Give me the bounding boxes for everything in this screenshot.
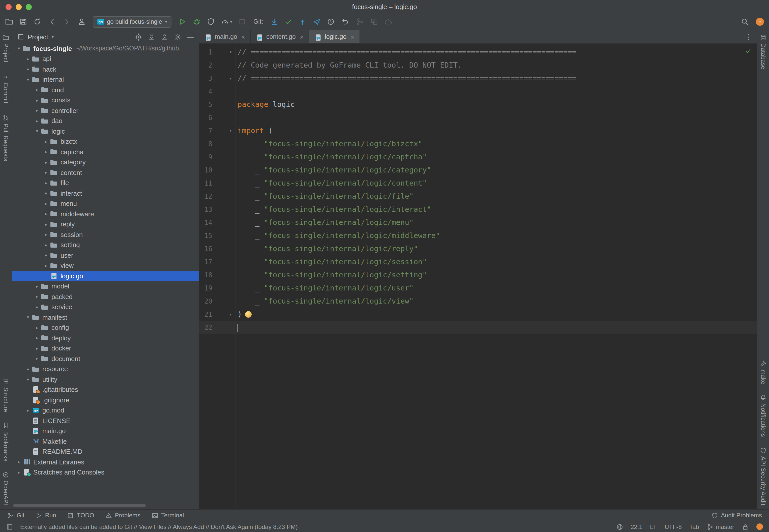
tab-content-go[interactable]: content.go × (251, 30, 309, 43)
chevron-right-icon[interactable]: ▸ (15, 460, 23, 465)
chevron-right-icon[interactable]: ▸ (24, 377, 32, 382)
chevron-right-icon[interactable]: ▸ (42, 232, 50, 237)
code-line[interactable]: 12 _ "focus-single/internal/logic/file" (199, 190, 757, 203)
chevron-right-icon[interactable]: ▸ (24, 56, 32, 62)
chevron-right-icon[interactable]: ▸ (42, 263, 50, 268)
debug-button-icon[interactable] (193, 18, 201, 26)
profiler-button[interactable]: ▾ (221, 18, 232, 26)
toolwindow-button-make[interactable]: make (760, 360, 766, 384)
tree-row[interactable]: ▸menu (12, 198, 199, 209)
git-update-icon[interactable] (270, 18, 278, 26)
tree-row[interactable]: ▸config (12, 322, 199, 333)
tree-row[interactable]: ▾logic (12, 126, 199, 136)
fold-marker-icon[interactable]: ▾ (212, 128, 235, 133)
tree-row[interactable]: ▸api (12, 54, 199, 64)
caret-position[interactable]: 22:1 (631, 523, 642, 530)
chevron-down-icon[interactable]: ▾ (33, 129, 41, 134)
tree-row[interactable]: ▾focus-single~/Workspace/Go/GOPATH/src/g… (12, 43, 199, 54)
tree-row[interactable]: ▸view (12, 260, 199, 271)
chevron-down-icon[interactable]: ▾ (15, 46, 23, 51)
chevron-right-icon[interactable]: ▸ (42, 212, 50, 217)
toolwindow-button-database[interactable]: Database (760, 34, 766, 69)
tree-row[interactable]: ▸file (12, 178, 199, 188)
tree-row[interactable]: ▸setting (12, 240, 199, 250)
code-line[interactable]: 4 (199, 85, 757, 98)
tree-row[interactable]: ▸hack (12, 64, 199, 74)
toolwindow-switcher-icon[interactable] (6, 523, 13, 530)
tree-row[interactable]: ▸resource (12, 364, 199, 374)
chevron-right-icon[interactable]: ▸ (42, 243, 50, 248)
tree-row[interactable]: ▸service (12, 302, 199, 312)
tree-row[interactable]: logic.go (12, 271, 199, 281)
run-configuration-select[interactable]: go go build focus-single ▾ (93, 16, 172, 27)
file-encoding[interactable]: UTF-8 (665, 523, 682, 530)
readonly-lock-icon[interactable] (742, 523, 749, 530)
tree-row[interactable]: main.go (12, 426, 199, 436)
tree-row[interactable]: LICENSE (12, 416, 199, 426)
code-line[interactable]: 1▾// ===================================… (199, 45, 757, 58)
search-everyw-icon[interactable] (741, 18, 749, 26)
toolwindow-button-pull-requests[interactable]: Pull Requests (3, 115, 9, 162)
locate-file-icon[interactable] (135, 33, 142, 41)
chevron-right-icon[interactable]: ▸ (33, 98, 41, 103)
tree-row[interactable]: ▸content (12, 167, 199, 178)
toolwindow-button-notifications[interactable]: Notifications (760, 394, 766, 437)
chevron-right-icon[interactable]: ▸ (42, 160, 50, 165)
code-line[interactable]: 17 _ "focus-single/internal/logic/sessio… (199, 255, 757, 268)
history-icon[interactable] (327, 18, 335, 26)
tree-row[interactable]: ▸External Libraries (12, 457, 199, 467)
tab-main-go[interactable]: main.go × (199, 30, 251, 43)
tree-row[interactable]: ▸bizctx (12, 136, 199, 147)
chevron-right-icon[interactable]: ▸ (42, 139, 50, 144)
code-line[interactable]: 14 _ "focus-single/internal/logic/menu" (199, 216, 757, 229)
chevron-right-icon[interactable]: ▸ (33, 325, 41, 330)
network-status-icon[interactable] (616, 523, 623, 530)
tree-row[interactable]: ▸dao (12, 116, 199, 126)
chevron-right-icon[interactable]: ▸ (33, 87, 41, 93)
close-tab-icon[interactable]: × (300, 33, 304, 41)
toolwindow-button-problems[interactable]: Problems (105, 512, 140, 519)
toolwindow-button-audit-problems[interactable]: Audit Problems (711, 512, 762, 519)
toolwindow-button-openapi[interactable]: OpenAPI (3, 471, 9, 505)
tree-row[interactable]: ▾internal (12, 74, 199, 85)
git-push-icon[interactable] (299, 18, 307, 26)
toolwindow-button-git[interactable]: Git (7, 512, 24, 519)
run-button-icon[interactable] (179, 18, 187, 26)
tree-row[interactable]: ▸packed (12, 291, 199, 302)
chevron-down-icon[interactable]: ▾ (24, 315, 32, 320)
tree-row[interactable]: ▸user (12, 250, 199, 260)
tree-row[interactable]: ▸document (12, 353, 199, 364)
expand-all-icon[interactable] (148, 33, 155, 41)
navigate-back-icon[interactable] (48, 18, 56, 26)
hide-panel-icon[interactable]: — (187, 34, 194, 40)
chevron-right-icon[interactable]: ▸ (24, 67, 32, 72)
collapse-all-icon[interactable] (161, 33, 168, 41)
chevron-right-icon[interactable]: ▸ (42, 222, 50, 227)
code-line[interactable]: 10 _ "focus-single/internal/logic/catego… (199, 163, 757, 176)
tree-row[interactable]: ▸session (12, 229, 199, 240)
toolwindow-button-bookmarks[interactable]: Bookmarks (3, 422, 9, 461)
code-line[interactable]: 20 _ "focus-single/internal/logic/view" (199, 294, 757, 308)
code-line[interactable]: 6 (199, 111, 757, 124)
project-view-icon[interactable] (17, 33, 24, 40)
code-line[interactable]: 9 _ "focus-single/internal/logic/captcha… (199, 150, 757, 163)
tree-row[interactable]: ▸utility (12, 374, 199, 385)
tabs-options-icon[interactable]: ⋮ (740, 30, 757, 43)
chevron-right-icon[interactable]: ▸ (33, 119, 41, 124)
inspections-ok-icon[interactable] (744, 47, 752, 54)
chevron-right-icon[interactable]: ▸ (33, 356, 41, 361)
tab-logic-go[interactable]: logic.go × (309, 30, 360, 43)
tree-row[interactable]: ▸Scratches and Consoles (12, 467, 199, 478)
code-line[interactable]: 16 _ "focus-single/internal/logic/reply" (199, 242, 757, 255)
toolwindow-button-api-security-audit[interactable]: API Security Audit (760, 447, 766, 505)
line-separator[interactable]: LF (650, 523, 657, 530)
code-line[interactable]: 11 _ "focus-single/internal/logic/conten… (199, 176, 757, 190)
tree-row[interactable]: Makefile (12, 436, 199, 447)
chevron-right-icon[interactable]: ▸ (33, 336, 41, 341)
toolwindow-button-todo[interactable]: TODO (67, 512, 94, 519)
tree-row[interactable]: .gitignore (12, 395, 199, 405)
chevron-down-icon[interactable]: ▾ (24, 77, 32, 82)
tree-row[interactable]: .gitattributes (12, 385, 199, 395)
tree-row[interactable]: ▸go.mod (12, 405, 199, 416)
open-folder-icon[interactable] (5, 18, 13, 26)
